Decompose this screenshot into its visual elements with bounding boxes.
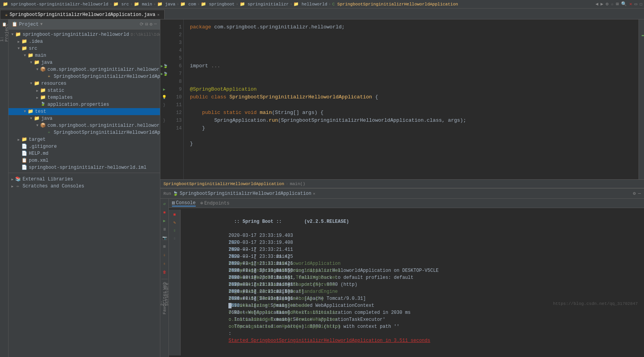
camera-icon[interactable]: 📷 [161, 234, 168, 242]
tree-label-idea: .idea [29, 39, 43, 44]
bookmark-icon[interactable]: ☆ [611, 1, 614, 7]
project-collapse-icon[interactable]: ⊟ [145, 21, 148, 27]
code-editor[interactable]: package com.springboot.springinitializr.… [184, 19, 639, 179]
tab-filename: SpringbootSpringinitializrHelloworldAppl… [10, 12, 155, 18]
resume-icon[interactable]: ▶ [161, 217, 168, 224]
breadcrumb-java[interactable]: 📁 java [156, 2, 177, 7]
project-tree: ▼ 📁 springboot-springinitializr-hellowor… [9, 30, 160, 357]
run-app-name[interactable]: SpringbootSpringinitializrHelloworldAppl… [180, 191, 311, 196]
console-up-icon[interactable]: ⇧ [171, 227, 178, 234]
minimize-icon[interactable]: ▭ [635, 1, 637, 7]
breadcrumb-sep-3: › [153, 2, 156, 7]
rerun-icon[interactable]: ↺ [161, 200, 168, 207]
tree-label-test-package: com.springboot.springinitializr.hellowor… [47, 123, 160, 128]
maximize-icon[interactable]: ☐ [640, 1, 642, 7]
tree-item-helpmd[interactable]: 📄 HELP.md [9, 150, 160, 157]
nav-forward-icon[interactable]: ▶ [600, 1, 603, 7]
console-down-icon[interactable]: ⇩ [171, 234, 178, 242]
nav-class-icon[interactable]: ⊞ [616, 1, 619, 7]
tree-item-package-main[interactable]: ▼ 📦 com.springboot.springinitializr.hell… [9, 66, 160, 73]
folder-icon-root: 📁 [15, 32, 21, 38]
console-tab-endpoints[interactable]: ⊕ Endpoints [200, 200, 230, 206]
tree-item-pomxml[interactable]: 📋 pom.xml [9, 157, 160, 164]
tree-item-main[interactable]: ▼ 📁 main [9, 52, 160, 59]
tree-item-testclass[interactable]: ☕ SpringbootSpringinitializrHelloworldAp… [9, 129, 160, 136]
breadcrumb-springboot[interactable]: 📁 springboot [200, 2, 236, 7]
clear-icon[interactable]: 🗑 [161, 269, 168, 276]
tree-item-extlibs[interactable]: ▶ 📚 External Libraries [9, 176, 160, 183]
class-icon-mainclass: ☕ [46, 74, 52, 80]
line-num-1: 1 [170, 23, 182, 31]
line-num-8: 8 [170, 78, 182, 86]
nav-back-icon[interactable]: ◀ [595, 1, 598, 7]
breadcrumb-sep-4: › [177, 2, 179, 7]
panel-minimize-icon[interactable]: — [638, 191, 641, 196]
breadcrumb-main[interactable]: 📁 main [133, 2, 153, 7]
tree-arrow-src: ▼ [16, 47, 21, 51]
scroll-up-icon[interactable]: ⇧ [161, 260, 168, 267]
fold-gutter-icon-11[interactable]: } [163, 103, 165, 107]
breadcrumb-src[interactable]: 📁 src [112, 2, 130, 7]
tree-item-props[interactable]: 🍃 application.properties [9, 101, 160, 108]
project-panel-header: 📋 Project ▼ ⟳ ⊟ ⚙ — [9, 19, 160, 30]
tree-item-templates[interactable]: ▶ 📁 templates [9, 94, 160, 101]
tab-close-button[interactable]: ✕ [157, 12, 160, 17]
tree-item-test-java[interactable]: ▼ 📁 java [9, 115, 160, 122]
editor-content: ▶ 🍃 ▶ 🍃 ▶ 💡 } [160, 19, 644, 179]
stop-icon[interactable]: ■ [161, 209, 168, 216]
scroll-end-icon[interactable]: ⇩ [161, 252, 168, 259]
editor-area: ▶ 🍃 ▶ 🍃 ▶ 💡 } [160, 19, 644, 188]
tree-item-gitignore[interactable]: 📄 .gitignore [9, 143, 160, 150]
tree-item-idea[interactable]: ▶ 📁 .idea [9, 38, 160, 45]
editor-tab-main[interactable]: ☕ SpringbootSpringinitializrHelloworldAp… [0, 10, 165, 19]
run-panel-header: Run 🍃 SpringbootSpringinitializrHellowor… [160, 189, 644, 199]
project-close-icon[interactable]: — [154, 21, 157, 27]
console-gutter: ■ ✎ ⇧ ⇩ [169, 210, 181, 355]
tree-item-java[interactable]: ▼ 📁 java [9, 59, 160, 66]
pause-icon[interactable]: ⏸ [161, 226, 168, 233]
settings-icon[interactable]: ⚙ [606, 1, 609, 7]
project-panel-icon: 📋 [12, 21, 18, 27]
cursor-block [228, 303, 232, 308]
project-panel-title: Project [19, 22, 39, 27]
tree-item-target[interactable]: ▶ 📁 target [9, 136, 160, 143]
search-everywhere-icon[interactable]: 🔍 [621, 1, 627, 7]
tree-item-iml[interactable]: 📄 springboot-springinitializr-helloworld… [9, 164, 160, 171]
tree-arrow-test-java: ▼ [29, 117, 33, 121]
tree-item-scratches[interactable]: ▶ ✏️ Scratches and Consoles [9, 183, 160, 190]
tree-arrow-extlibs: ▶ [10, 177, 15, 182]
tree-item-test-package[interactable]: ▼ 📦 com.springboot.springinitializr.hell… [9, 122, 160, 129]
tree-item-resources[interactable]: ▼ 📁 resources [9, 80, 160, 87]
tree-item-test[interactable]: ▼ 📁 test [9, 108, 160, 115]
console-tab-console[interactable]: ▤ Console [172, 200, 196, 206]
console-divider [161, 279, 168, 279]
dump-icon[interactable]: ⊞ [161, 243, 168, 250]
project-sync-icon[interactable]: ⟳ [140, 21, 144, 27]
run-gutter-icon-9[interactable]: ▶ [163, 87, 165, 92]
breadcrumb-project[interactable]: 📁 springboot-springinitializr-helloworld [2, 2, 109, 7]
tree-label-package-main: com.springboot.springinitializr.hellowor… [47, 67, 160, 72]
tree-item-src[interactable]: ▼ 📁 src [9, 45, 160, 52]
run-tab-close-btn[interactable]: ✕ [313, 191, 315, 196]
code-line-main: public static void main(String[] args) { [190, 109, 632, 117]
favorites-icon[interactable]: Favorites [161, 299, 168, 306]
breadcrumb-com[interactable]: 📁 com [179, 2, 197, 7]
fold-gutter-icon-13[interactable]: } [163, 119, 165, 123]
line-num-5: 5 [170, 54, 182, 62]
breadcrumb-class[interactable]: C SpringbootSpringinitializrHelloworldAp… [331, 2, 459, 7]
folder-icon-test: 📁 [27, 108, 33, 115]
tree-item-root[interactable]: ▼ 📁 springboot-springinitializr-hellowor… [9, 31, 160, 38]
springboot-gutter-icon-6: 🍃 [163, 64, 168, 68]
console-text-area[interactable]: :: Spring Boot :: (v2.2.5.RELEASE) 2020-… [181, 210, 644, 355]
console-edit-icon[interactable]: ✎ [171, 219, 178, 226]
project-dropdown-arrow[interactable]: ▼ [40, 22, 42, 26]
console-stop-icon[interactable]: ■ [171, 211, 178, 218]
panel-settings-icon[interactable]: ⚙ [633, 191, 636, 196]
project-settings-icon[interactable]: ⚙ [150, 21, 153, 27]
close-window-icon[interactable]: ✕ [629, 1, 632, 7]
breadcrumb-springinitializr[interactable]: 📁 springinitializr [239, 2, 290, 7]
tree-item-mainclass[interactable]: ☕ SpringbootSpringinitializrHelloworldAp… [9, 73, 160, 80]
project-label[interactable]: 1: Project [0, 22, 10, 43]
tree-item-static[interactable]: ▶ 📁 static [9, 87, 160, 94]
breadcrumb-helloworld[interactable]: 📁 helloworld [292, 2, 328, 7]
